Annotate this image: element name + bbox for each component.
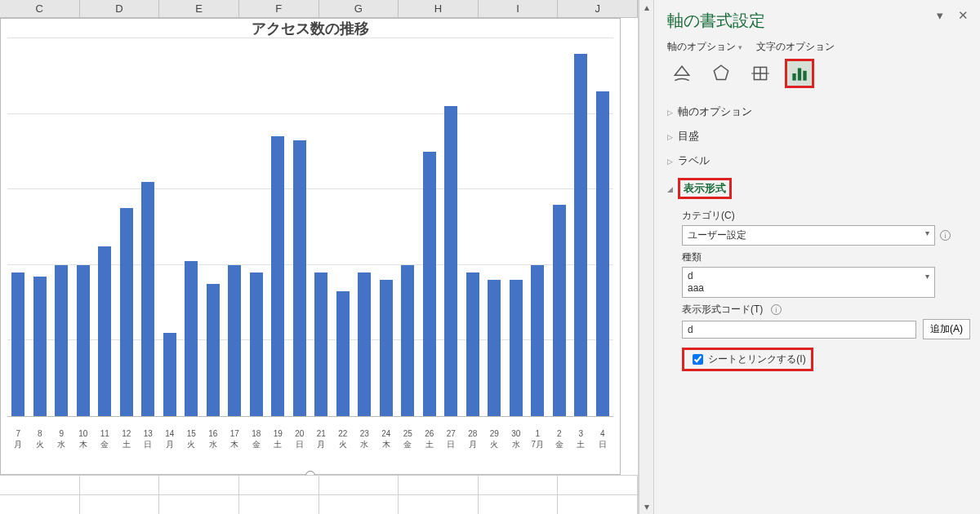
chart-bar[interactable]: [358, 273, 371, 416]
column-header[interactable]: J: [558, 0, 638, 17]
chart-bar[interactable]: [380, 280, 393, 416]
scroll-up-icon[interactable]: ▴: [639, 0, 653, 15]
scroll-down-icon[interactable]: ▾: [639, 499, 653, 514]
column-header[interactable]: H: [399, 0, 479, 17]
axis-tick: 16水: [203, 428, 225, 450]
size-properties-icon[interactable]: [746, 59, 775, 88]
info-icon[interactable]: i: [940, 230, 951, 241]
bar-slot: [549, 38, 571, 416]
chart-bar[interactable]: [250, 273, 263, 416]
section-tick-marks[interactable]: ▷ 目盛: [667, 124, 970, 148]
spreadsheet-cells[interactable]: [0, 475, 638, 514]
column-header[interactable]: I: [479, 0, 559, 17]
axis-tick: 25金: [397, 428, 419, 450]
axis-tick: 26土: [419, 428, 441, 450]
axis-tick: 23水: [354, 428, 376, 450]
chart-bar[interactable]: [444, 106, 457, 416]
bar-slot: [376, 38, 398, 416]
axis-tick: 2金: [549, 428, 571, 450]
pane-close-icon[interactable]: ✕: [958, 8, 969, 23]
column-header[interactable]: F: [239, 0, 319, 17]
column-headers: CDEFGHIJ: [0, 0, 638, 18]
axis-tick: 17木: [224, 428, 246, 450]
bar-slot: [51, 38, 73, 416]
chart-bar[interactable]: [531, 265, 544, 416]
axis-options-icon[interactable]: [785, 59, 814, 88]
axis-tick: 20日: [289, 428, 311, 450]
chart-bar[interactable]: [55, 265, 68, 416]
type-combo[interactable]: d aaa: [682, 267, 935, 298]
section-number-format[interactable]: ◢ 表示形式: [667, 173, 970, 204]
chart-bar[interactable]: [510, 280, 523, 416]
chart-bar[interactable]: [33, 277, 47, 416]
bar-slot: [73, 38, 95, 416]
column-header[interactable]: E: [159, 0, 239, 17]
bar-slot: [137, 38, 159, 416]
section-axis-options[interactable]: ▷ 軸のオプション: [667, 100, 970, 124]
chart-bar[interactable]: [466, 273, 479, 416]
chart-bar[interactable]: [314, 273, 327, 416]
bar-slot: [332, 38, 354, 416]
axis-tick: 17月: [527, 428, 549, 450]
chart-bar[interactable]: [293, 140, 306, 416]
chart-x-axis[interactable]: 7月8火9水10木11金12土13日14月15火16水17木18金19土20日2…: [7, 428, 613, 450]
chart-bar[interactable]: [423, 152, 436, 416]
axis-tick: 11金: [94, 428, 116, 450]
chart-bar[interactable]: [336, 291, 350, 416]
bar-slot: [203, 38, 225, 416]
bar-slot: [116, 38, 138, 416]
bar-slot: [94, 38, 116, 416]
column-header[interactable]: C: [0, 0, 80, 17]
chart-bar[interactable]: [207, 284, 220, 416]
bar-slot: [246, 38, 268, 416]
pane-menu-icon[interactable]: ▾: [937, 8, 943, 23]
axis-tick: 12土: [116, 428, 138, 450]
bar-slot: [570, 38, 592, 416]
bar-slot: [527, 38, 549, 416]
axis-tick: 14月: [159, 428, 181, 450]
spreadsheet-area: CDEFGHIJ アクセス数の推移 7月8火9水10木11金12土13日14月1…: [0, 0, 639, 514]
chart-bar[interactable]: [228, 265, 241, 416]
chart-object[interactable]: アクセス数の推移 7月8火9水10木11金12土13日14月15火16水17木1…: [0, 18, 621, 475]
format-code-input[interactable]: d: [682, 321, 916, 339]
axis-tick: 7月: [7, 428, 29, 450]
category-select[interactable]: ユーザー設定: [682, 225, 935, 246]
chart-bar[interactable]: [98, 246, 111, 416]
bar-slot: [267, 38, 289, 416]
bar-slot: [180, 38, 203, 416]
chart-bar[interactable]: [574, 54, 587, 416]
bar-slot: [29, 38, 51, 416]
axis-tick: 3土: [570, 428, 592, 450]
bar-slot: [289, 38, 311, 416]
chart-bar[interactable]: [271, 136, 284, 416]
info-icon[interactable]: i: [771, 304, 782, 315]
tab-text-options[interactable]: 文字のオプション: [756, 40, 835, 54]
bar-slot: [419, 38, 441, 416]
axis-tick: 8火: [29, 428, 51, 450]
chart-bar[interactable]: [141, 182, 154, 416]
vertical-scrollbar[interactable]: ▴ ▾: [639, 0, 653, 514]
axis-tick: 28月: [462, 428, 484, 450]
column-header[interactable]: G: [319, 0, 399, 17]
chart-bar[interactable]: [596, 91, 609, 416]
chart-bar[interactable]: [120, 208, 133, 416]
link-to-source-checkbox[interactable]: [693, 354, 703, 365]
chart-bar[interactable]: [11, 273, 24, 416]
bar-slot: [440, 38, 462, 416]
section-labels[interactable]: ▷ ラベル: [667, 148, 970, 173]
chart-bar[interactable]: [488, 280, 501, 416]
column-header[interactable]: D: [80, 0, 160, 17]
chart-bar[interactable]: [163, 333, 176, 416]
bar-slot: [483, 38, 506, 416]
chart-bar[interactable]: [77, 265, 90, 416]
chart-bar[interactable]: [401, 265, 414, 416]
fill-line-icon[interactable]: [667, 59, 697, 88]
chart-bar[interactable]: [553, 205, 566, 416]
format-code-label: 表示形式コード(T) i: [682, 303, 970, 317]
svg-rect-8: [803, 71, 806, 81]
pane-title: 軸の書式設定: [667, 10, 970, 32]
add-button[interactable]: 追加(A): [923, 319, 970, 339]
tab-axis-options[interactable]: 軸のオプション: [667, 40, 742, 54]
effects-icon[interactable]: [706, 59, 736, 88]
chart-bar[interactable]: [185, 261, 198, 416]
